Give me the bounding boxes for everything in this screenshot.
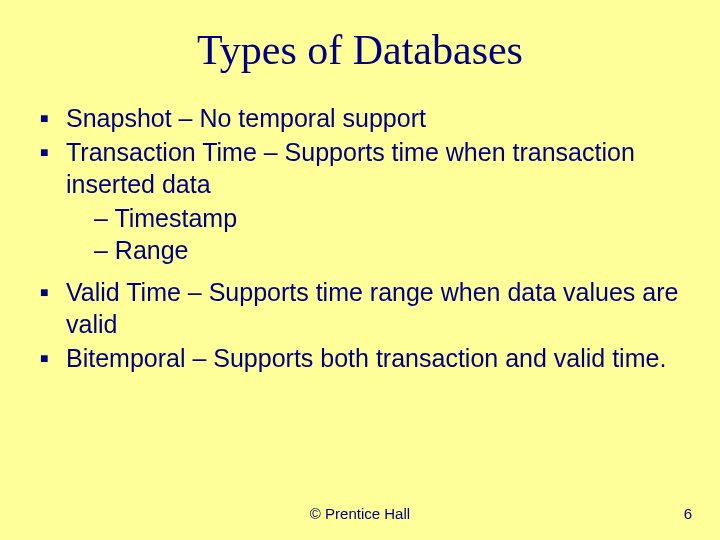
bullet-item: ■ Valid Time – Supports time range when … — [40, 276, 680, 340]
square-bullet-icon: ■ — [40, 342, 66, 374]
square-bullet-icon: ■ — [40, 136, 66, 168]
bullet-item: ■ Transaction Time – Supports time when … — [40, 136, 680, 200]
slide: Types of Databases ■ Snapshot – No tempo… — [0, 0, 720, 540]
footer-page-number: 6 — [684, 505, 692, 522]
square-bullet-icon: ■ — [40, 102, 66, 134]
bullet-text: Transaction Time – Supports time when tr… — [66, 136, 680, 200]
footer-copyright: © Prentice Hall — [0, 505, 720, 522]
bullet-item: ■ Bitemporal – Supports both transaction… — [40, 342, 680, 374]
slide-content: ■ Snapshot – No temporal support ■ Trans… — [40, 102, 680, 374]
sub-bullet-item: – Range — [94, 234, 680, 266]
slide-title: Types of Databases — [40, 26, 680, 74]
bullet-text: Bitemporal – Supports both transaction a… — [66, 342, 680, 374]
sub-bullet-item: – Timestamp — [94, 202, 680, 234]
bullet-text: Valid Time – Supports time range when da… — [66, 276, 680, 340]
bullet-text: Snapshot – No temporal support — [66, 102, 680, 134]
sub-bullet-group: – Timestamp – Range — [40, 202, 680, 266]
bullet-item: ■ Snapshot – No temporal support — [40, 102, 680, 134]
square-bullet-icon: ■ — [40, 276, 66, 308]
